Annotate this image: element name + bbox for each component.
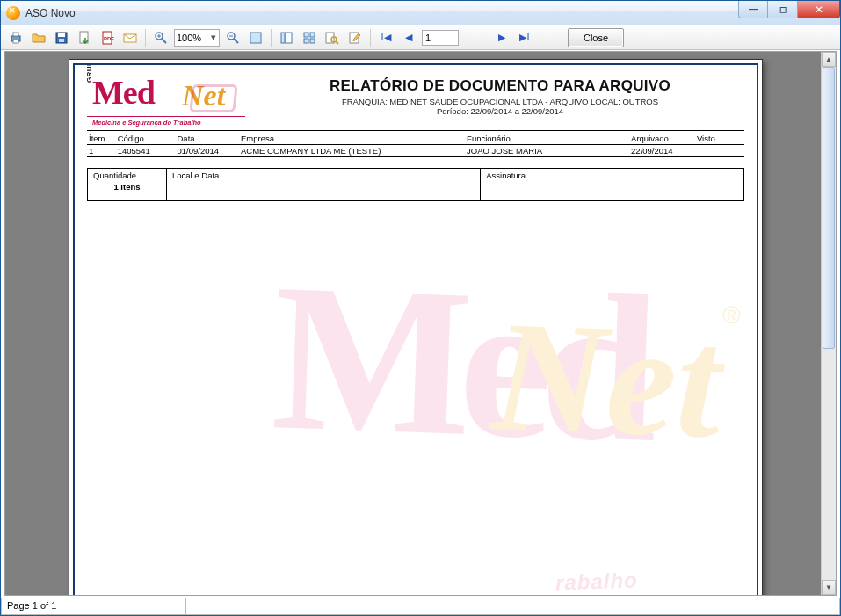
window-frame: ASO Novo — ◻ ✕ PDF ▾ I◀ ◀ ▶ ▶I — [0, 0, 841, 616]
toolbar-separator-3 — [370, 29, 371, 47]
zoom-in-button[interactable] — [151, 28, 170, 47]
svg-rect-1 — [13, 33, 18, 36]
report-title-block: RELATÓRIO DE DOCUMENTO PARA ARQUIVO FRAN… — [256, 77, 744, 125]
col-item: Ítem — [87, 133, 116, 145]
col-visto: Visto — [695, 133, 744, 145]
mail-button[interactable] — [120, 28, 140, 47]
cell-funcionario: JOAO JOSE MARIA — [465, 145, 629, 157]
col-funcionario: Funcionário — [465, 133, 629, 145]
cell-visto — [695, 145, 744, 157]
search-button[interactable] — [323, 28, 342, 47]
watermark-net: Net — [489, 285, 724, 475]
report-subtitle-1: FRANQUIA: MED NET SAÚDE OCUPACIONAL LTDA… — [256, 97, 744, 106]
window-title: ASO Novo — [25, 7, 738, 19]
quantidade-value: 1 Itens — [93, 182, 161, 192]
svg-rect-2 — [13, 40, 18, 43]
logo-med-text: Med — [92, 77, 155, 107]
close-button[interactable]: Close — [568, 28, 624, 47]
scroll-up-button[interactable]: ▲ — [822, 52, 836, 67]
local-label: Local e Data — [172, 170, 475, 180]
preview-area: GRUPO Med Net Medicina e Segurança do Tr… — [4, 51, 837, 596]
export-doc-button[interactable] — [75, 28, 94, 47]
assinatura-label: Assinatura — [486, 170, 738, 180]
last-page-button[interactable]: ▶I — [515, 28, 534, 47]
local-cell: Local e Data — [167, 169, 481, 200]
next-page-button[interactable]: ▶ — [492, 28, 511, 47]
svg-line-26 — [336, 41, 338, 44]
app-icon — [6, 6, 20, 20]
svg-rect-19 — [286, 33, 292, 43]
assinatura-cell: Assinatura — [481, 169, 743, 200]
report-subtitle-2: Período: 22/09/2014 a 22/09/2014 — [256, 106, 744, 116]
report-page: GRUPO Med Net Medicina e Segurança do Tr… — [69, 59, 763, 596]
quantidade-cell: Quantidade 1 Itens — [88, 169, 167, 200]
col-arquivado: Arquivado — [629, 133, 695, 145]
status-empty — [185, 598, 840, 615]
watermark-med: Med — [270, 268, 733, 460]
scroll-down-button[interactable]: ▼ — [822, 580, 836, 595]
svg-text:PDF: PDF — [104, 36, 114, 41]
cell-empresa: ACME COMPANY LTDA ME (TESTE) — [239, 145, 465, 157]
outline-button[interactable] — [277, 28, 296, 47]
toolbar-separator-2 — [271, 29, 272, 47]
thumbnails-button[interactable] — [300, 28, 319, 47]
report-table: Ítem Código Data Empresa Funcionário Arq… — [87, 133, 744, 157]
zoom-dropdown-icon[interactable]: ▾ — [207, 32, 219, 43]
open-button[interactable] — [29, 28, 48, 47]
fullpage-button[interactable] — [246, 28, 265, 47]
scroll-thumb[interactable] — [823, 67, 835, 349]
report-title: RELATÓRIO DE DOCUMENTO PARA ARQUIVO — [256, 77, 744, 95]
svg-rect-18 — [281, 33, 285, 43]
cell-arquivado: 22/09/2014 — [629, 145, 695, 157]
col-empresa: Empresa — [239, 133, 465, 145]
svg-rect-23 — [310, 39, 315, 43]
save-button[interactable] — [52, 28, 71, 47]
svg-line-15 — [234, 39, 238, 43]
window-close-button[interactable]: ✕ — [798, 1, 840, 18]
svg-line-11 — [162, 39, 166, 43]
watermark-logo: ® Med Net rabalho — [260, 268, 733, 596]
maximize-button[interactable]: ◻ — [768, 1, 798, 18]
status-bar: Page 1 of 1 — [1, 598, 840, 615]
report-header: GRUPO Med Net Medicina e Segurança do Tr… — [87, 77, 744, 125]
header-divider — [87, 130, 744, 131]
page-input[interactable] — [422, 30, 459, 46]
logo-divider — [87, 116, 245, 117]
table-header-row: Ítem Código Data Empresa Funcionário Arq… — [87, 133, 744, 145]
svg-rect-22 — [304, 39, 308, 43]
svg-rect-21 — [310, 33, 315, 37]
cell-codigo: 1405541 — [116, 145, 176, 157]
minimize-button[interactable]: — — [738, 1, 768, 18]
window-buttons: — ◻ ✕ — [738, 1, 840, 25]
status-page-of: Page 1 of 1 — [1, 598, 185, 615]
prev-page-button[interactable]: ◀ — [399, 28, 418, 47]
svg-rect-20 — [304, 33, 308, 37]
logo-net-text: Net — [182, 79, 225, 112]
svg-rect-4 — [58, 33, 65, 37]
toolbar-separator — [145, 29, 146, 47]
svg-rect-5 — [59, 39, 64, 42]
zoom-combo[interactable]: ▾ — [174, 29, 220, 47]
quantidade-label: Quantidade — [93, 170, 161, 180]
zoom-out-button[interactable] — [223, 28, 243, 47]
edit-button[interactable] — [345, 28, 365, 47]
table-row: 1 1405541 01/09/2014 ACME COMPANY LTDA M… — [87, 145, 744, 157]
svg-rect-17 — [250, 33, 261, 43]
first-page-button[interactable]: I◀ — [376, 28, 395, 47]
cell-item: 1 — [87, 145, 116, 157]
export-pdf-button[interactable]: PDF — [98, 28, 117, 47]
report-page-inner: GRUPO Med Net Medicina e Segurança do Tr… — [73, 63, 758, 596]
watermark-tag: rabalho — [555, 568, 639, 595]
toolbar: PDF ▾ I◀ ◀ ▶ ▶I Close — [1, 25, 840, 50]
vertical-scrollbar[interactable]: ▲ ▼ — [821, 52, 836, 595]
cell-data: 01/09/2014 — [176, 145, 239, 157]
col-codigo: Código — [116, 133, 176, 145]
zoom-input[interactable] — [175, 32, 207, 44]
logo: GRUPO Med Net Medicina e Segurança do Tr… — [87, 77, 245, 125]
signature-box: Quantidade 1 Itens Local e Data Assinatu… — [87, 168, 744, 201]
scroll-track[interactable] — [822, 67, 836, 580]
titlebar: ASO Novo — ◻ ✕ — [1, 1, 840, 25]
print-button[interactable] — [6, 28, 25, 47]
col-data: Data — [176, 133, 239, 145]
watermark-reg: ® — [721, 301, 741, 330]
